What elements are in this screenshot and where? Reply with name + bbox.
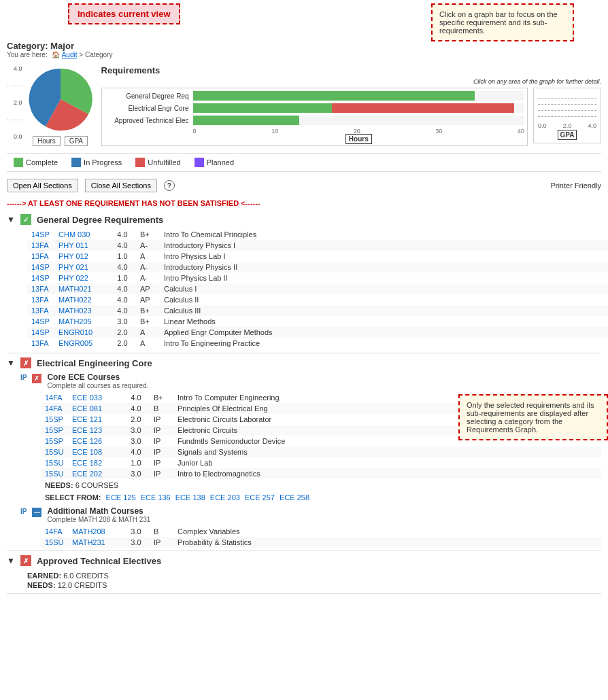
legend-unfulfilled-box xyxy=(135,158,145,167)
table-row: 14FA MATH208 3.0 B Complex Variables xyxy=(41,526,601,537)
ip-label-math: IP xyxy=(20,508,27,515)
legend-inprogress-box xyxy=(71,158,81,167)
table-row: 14SP CHM 030 4.0 B+ Intro To Chemical Pr… xyxy=(27,229,608,240)
hours-bar-chart[interactable]: General Degree Req Electrical Engr Core … xyxy=(101,88,528,146)
select-course-ece136[interactable]: ECE 136 xyxy=(141,493,171,502)
help-icon[interactable]: ? xyxy=(164,180,175,191)
bar-track-electrical[interactable] xyxy=(193,103,524,113)
tooltip-current-view: Indicates current view xyxy=(68,3,180,24)
desc: Intro To Chemical Principles xyxy=(160,229,608,240)
status-approved: ✗ xyxy=(20,555,31,566)
tooltip-selected: Only the selected requirements and its s… xyxy=(458,394,608,440)
gpa-line-1 xyxy=(538,98,596,99)
category-header: Category: Major You are here: 🏠 Audit > … xyxy=(7,41,601,58)
section-electrical-header[interactable]: ▼ ✗ Electrical Engineering Core xyxy=(7,353,601,372)
legend-complete: Complete xyxy=(14,158,58,167)
pie-section: 4.0 · · · · · 2.0 · · · · · 0.0 Hours GP… xyxy=(7,65,95,146)
section-general-header[interactable]: ▼ ✓ General Degree Requirements xyxy=(7,210,601,229)
legend-planned-box xyxy=(195,158,204,167)
needs-label: NEEDS: xyxy=(45,481,73,489)
legend-planned: Planned xyxy=(195,158,234,167)
earned-row: EARNED: 6.0 CREDITS xyxy=(27,572,597,580)
add-math-desc: Complete MATH 208 & MATH 231 xyxy=(47,516,150,523)
legend: Complete In Progress Unfulfilled Planned xyxy=(7,153,601,172)
bar-label-electrical: Electrical Engr Core xyxy=(105,105,193,112)
section-approved-title: Approved Technical Electives xyxy=(37,556,161,566)
gpa-bar-chart[interactable]: 0.0 2.0 4.0 GPA xyxy=(533,88,601,143)
legend-inprogress: In Progress xyxy=(71,158,122,167)
warning-text: ------> AT LEAST ONE REQUIREMENT HAS NOT… xyxy=(0,196,608,210)
chevron-electrical[interactable]: ▼ xyxy=(7,358,15,368)
legend-planned-label: Planned xyxy=(207,158,234,167)
earned-label: EARNED: xyxy=(27,572,61,580)
legend-complete-box xyxy=(14,158,23,167)
earned-value: 6.0 CREDITS xyxy=(63,572,109,580)
gpa-line-2 xyxy=(538,104,596,105)
pie-y-axis: 4.0 · · · · · 2.0 · · · · · 0.0 xyxy=(7,65,24,140)
table-row: 13FA PHY 011 4.0 A- Introductory Physics… xyxy=(27,240,608,251)
section-approved-header[interactable]: ▼ ✗ Approved Technical Electives xyxy=(7,551,601,570)
needs-value-approved: 12.0 CREDITS xyxy=(58,581,107,589)
section-approved: ▼ ✗ Approved Technical Electives EARNED:… xyxy=(7,551,601,594)
term: 14SP xyxy=(27,229,54,240)
legend-unfulfilled: Unfulfilled xyxy=(135,158,180,167)
select-course-ece138[interactable]: ECE 138 xyxy=(175,493,205,502)
sub-header-add-math: IP — Additional Math Courses Complete MA… xyxy=(20,506,601,523)
core-ece-title: Core ECE Courses xyxy=(47,372,148,382)
grade: B+ xyxy=(136,229,160,240)
chevron-general[interactable]: ▼ xyxy=(7,215,15,224)
bar-track-approved[interactable] xyxy=(193,116,524,125)
open-all-button[interactable]: Open All Sections xyxy=(7,179,78,192)
section-electrical-title: Electrical Engineering Core xyxy=(37,358,152,368)
pie-chart[interactable] xyxy=(27,65,95,133)
close-all-button[interactable]: Close All Sections xyxy=(85,179,157,192)
select-course-ece203[interactable]: ECE 203 xyxy=(210,493,240,502)
controls-bar: Open All Sections Close All Sections ? P… xyxy=(0,175,608,196)
bar-label-general: General Degree Req xyxy=(105,92,193,100)
table-row: 14SP PHY 021 4.0 A- Introductory Physics… xyxy=(27,262,608,273)
table-row: 13FA ENGR005 2.0 A Intro To Engineering … xyxy=(27,338,608,349)
table-row: 13FA PHY 012 1.0 A Intro Physics Lab I xyxy=(27,251,608,262)
sub-header-core-ece: IP ✗ Core ECE Courses Complete all cours… xyxy=(20,372,601,389)
table-row: 13FA MATH021 4.0 AP Calculus I xyxy=(27,283,608,294)
hours-axis-label: Hours xyxy=(345,134,372,144)
table-row: 14SP ENGR010 2.0 A Applied Engr Computer… xyxy=(27,327,608,338)
select-course-ece258[interactable]: ECE 258 xyxy=(280,493,309,502)
breadcrumb: You are here: 🏠 Audit > Category xyxy=(7,51,601,58)
course[interactable]: CHM 030 xyxy=(54,229,109,240)
click-detail: Click on any area of the graph for furth… xyxy=(101,78,601,85)
ip-label-core: IP xyxy=(20,374,27,381)
charts-row: 4.0 · · · · · 2.0 · · · · · 0.0 Hours GP… xyxy=(0,61,608,150)
status-electrical: ✗ xyxy=(20,357,31,368)
select-from-label: SELECT FROM: xyxy=(45,493,101,502)
table-row: 15SU MATH231 3.0 IP Probability & Statis… xyxy=(41,537,601,548)
legend-inprogress-label: In Progress xyxy=(84,158,122,167)
bar-fill-approved-green xyxy=(193,116,299,125)
table-row: 13FA MATH022 4.0 AP Calculus II xyxy=(27,294,608,305)
bar-fill-general-green xyxy=(193,91,475,101)
add-math-table: 14FA MATH208 3.0 B Complex Variables 15S… xyxy=(41,526,601,548)
hours-label: Hours xyxy=(33,136,61,146)
bar-fill-electrical-green xyxy=(193,103,333,113)
needs-label-approved: NEEDS: xyxy=(27,581,56,589)
bar-row-general: General Degree Req xyxy=(105,91,524,101)
table-row: 15SU ECE 202 3.0 IP Intro to Electromagn… xyxy=(41,468,601,479)
select-course-ece125[interactable]: ECE 125 xyxy=(106,493,136,502)
add-math-title: Additional Math Courses xyxy=(47,506,150,516)
chevron-approved[interactable]: ▼ xyxy=(7,556,15,565)
select-course-ece257[interactable]: ECE 257 xyxy=(245,493,275,502)
category-label: Category: Major xyxy=(7,41,601,51)
bar-row-electrical: Electrical Engr Core xyxy=(105,103,524,113)
credits: 4.0 xyxy=(109,229,136,240)
pie-chart-container: Hours GPA xyxy=(27,65,95,146)
printer-friendly-button[interactable]: Printer Friendly xyxy=(550,181,601,190)
gpa-label-pie: GPA xyxy=(65,136,88,146)
core-ece-desc: Complete all courses as required. xyxy=(47,382,148,389)
table-row: 15SU ECE 182 1.0 IP Junior Lab xyxy=(41,457,601,468)
breadcrumb-audit[interactable]: Audit xyxy=(62,51,78,58)
needs-row-approved: NEEDS: 12.0 CREDITS xyxy=(27,581,597,589)
gpa-axis-label: GPA xyxy=(558,130,577,140)
status-general: ✓ xyxy=(20,214,31,225)
bar-track-general[interactable] xyxy=(193,91,524,101)
status-core-ece: ✗ xyxy=(32,374,41,383)
